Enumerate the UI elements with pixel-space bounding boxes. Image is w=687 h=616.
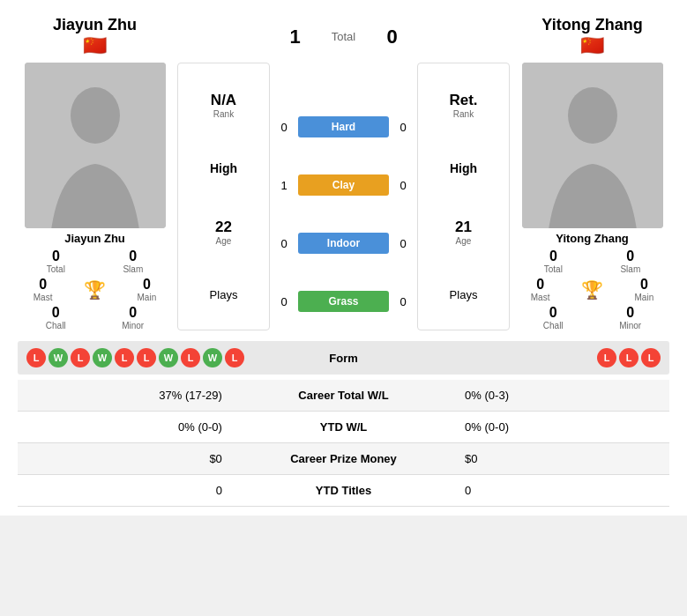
svg-point-1 bbox=[71, 87, 120, 144]
form-badge-left: W bbox=[93, 348, 112, 367]
clay-badge: Clay bbox=[298, 174, 389, 196]
form-badge-right: L bbox=[597, 348, 616, 367]
right-chall-stat: 0 Chall bbox=[543, 305, 564, 330]
form-badge-left: L bbox=[137, 348, 156, 367]
right-trophy-icon: 🏆 bbox=[581, 279, 603, 301]
stat-left: 0 bbox=[18, 475, 233, 507]
stats-row: 0 YTD Titles 0 bbox=[18, 475, 669, 507]
form-badge-right: L bbox=[619, 348, 638, 367]
left-total-score: 1 bbox=[273, 26, 317, 48]
svg-point-3 bbox=[568, 87, 617, 144]
stat-left: $0 bbox=[18, 443, 233, 475]
grass-badge: Grass bbox=[298, 291, 389, 312]
stat-left: 0% (0-0) bbox=[18, 412, 233, 443]
grass-left-score: 0 bbox=[273, 295, 295, 308]
stat-label: YTD W/L bbox=[233, 412, 454, 443]
stats-row: $0 Career Prize Money $0 bbox=[18, 443, 669, 475]
right-age-block: 21 Age bbox=[455, 219, 472, 246]
hard-right-score: 0 bbox=[392, 121, 414, 134]
right-form-badges: LLL bbox=[379, 348, 661, 367]
form-badge-left: L bbox=[181, 348, 200, 367]
right-name-below: Yitong Zhang bbox=[556, 232, 629, 245]
form-badge-left: W bbox=[49, 348, 68, 367]
left-avatar bbox=[25, 63, 166, 228]
surface-grass-row: 0 Grass 0 bbox=[273, 291, 414, 312]
surface-hard-row: 0 Hard 0 bbox=[273, 116, 414, 137]
right-rank-block: Ret. Rank bbox=[449, 92, 477, 119]
left-plays-block: Plays bbox=[210, 288, 238, 301]
left-mast-stat: 0 Mast bbox=[34, 277, 53, 302]
surface-indoor-row: 0 Indoor 0 bbox=[273, 233, 414, 254]
clay-right-score: 0 bbox=[392, 179, 414, 192]
total-label: Total bbox=[317, 30, 370, 43]
left-player-name: Jiayun Zhu bbox=[53, 16, 137, 34]
right-player-name: Yitong Zhang bbox=[541, 16, 642, 34]
surface-clay-row: 1 Clay 0 bbox=[273, 174, 414, 196]
left-player-flag: 🇨🇳 bbox=[83, 34, 107, 57]
right-side-panel: Ret. Rank High 21 Age Plays bbox=[417, 63, 510, 330]
right-player-card: Yitong Zhang 0 Total 0 Slam 0 Mast bbox=[515, 63, 669, 330]
right-high-block: High bbox=[450, 161, 477, 175]
clay-left-score: 1 bbox=[273, 179, 295, 192]
stats-table: 37% (17-29) Career Total W/L 0% (0-3) 0%… bbox=[18, 380, 669, 507]
form-badge-left: L bbox=[225, 348, 244, 367]
right-total-stat: 0 Total bbox=[544, 249, 563, 274]
grass-right-score: 0 bbox=[392, 295, 414, 308]
left-age-block: 22 Age bbox=[215, 219, 232, 246]
stat-right: $0 bbox=[454, 443, 669, 475]
right-total-score: 0 bbox=[370, 26, 414, 48]
hard-left-score: 0 bbox=[273, 121, 295, 134]
left-name-below: Jiayun Zhu bbox=[64, 232, 125, 245]
left-minor-stat: 0 Minor bbox=[122, 305, 144, 330]
indoor-right-score: 0 bbox=[392, 237, 414, 250]
left-total-stat: 0 Total bbox=[47, 249, 65, 274]
form-badge-left: L bbox=[26, 348, 46, 367]
left-rank-block: N/A Rank bbox=[211, 92, 236, 119]
right-player-flag: 🇨🇳 bbox=[580, 34, 604, 57]
center-area: N/A Rank High 22 Age Plays bbox=[177, 63, 510, 330]
stats-row: 37% (17-29) Career Total W/L 0% (0-3) bbox=[18, 380, 669, 412]
form-badge-right: L bbox=[641, 348, 661, 367]
form-badge-left: L bbox=[71, 348, 90, 367]
left-chall-stat: 0 Chall bbox=[46, 305, 66, 330]
right-slam-stat: 0 Slam bbox=[620, 249, 640, 274]
right-minor-stat: 0 Minor bbox=[619, 305, 641, 330]
stat-label: Career Total W/L bbox=[233, 380, 454, 412]
form-section: LWLWLLWLWL Form LLL bbox=[18, 341, 669, 375]
right-plays-block: Plays bbox=[450, 288, 478, 301]
surface-rows: 0 Hard 0 1 Clay 0 0 Indoor 0 bbox=[273, 63, 414, 330]
indoor-badge: Indoor bbox=[298, 233, 389, 254]
left-main-stat: 0 Main bbox=[138, 277, 157, 302]
stat-right: 0 bbox=[454, 475, 669, 507]
stat-right: 0% (0-3) bbox=[454, 380, 669, 412]
stat-right: 0% (0-0) bbox=[454, 412, 669, 443]
form-badge-left: L bbox=[115, 348, 134, 367]
stats-row: 0% (0-0) YTD W/L 0% (0-0) bbox=[18, 412, 669, 443]
indoor-left-score: 0 bbox=[273, 237, 295, 250]
left-player-card: Jiayun Zhu 0 Total 0 Slam 0 Mas bbox=[18, 63, 172, 330]
right-avatar bbox=[522, 63, 663, 228]
left-trophy-icon: 🏆 bbox=[84, 279, 106, 301]
left-high-block: High bbox=[210, 161, 237, 175]
stat-left: 37% (17-29) bbox=[18, 380, 233, 412]
right-main-stat: 0 Main bbox=[635, 277, 654, 302]
form-label: Form bbox=[309, 352, 379, 365]
left-side-panel: N/A Rank High 22 Age Plays bbox=[177, 63, 270, 330]
stat-label: YTD Titles bbox=[233, 475, 454, 507]
right-mast-stat: 0 Mast bbox=[531, 277, 550, 302]
stat-label: Career Prize Money bbox=[233, 443, 454, 475]
left-slam-stat: 0 Slam bbox=[123, 249, 143, 274]
form-badge-left: W bbox=[203, 348, 222, 367]
left-form-badges: LWLWLLWLWL bbox=[26, 348, 309, 367]
form-badge-left: W bbox=[159, 348, 178, 367]
hard-badge: Hard bbox=[298, 116, 389, 137]
